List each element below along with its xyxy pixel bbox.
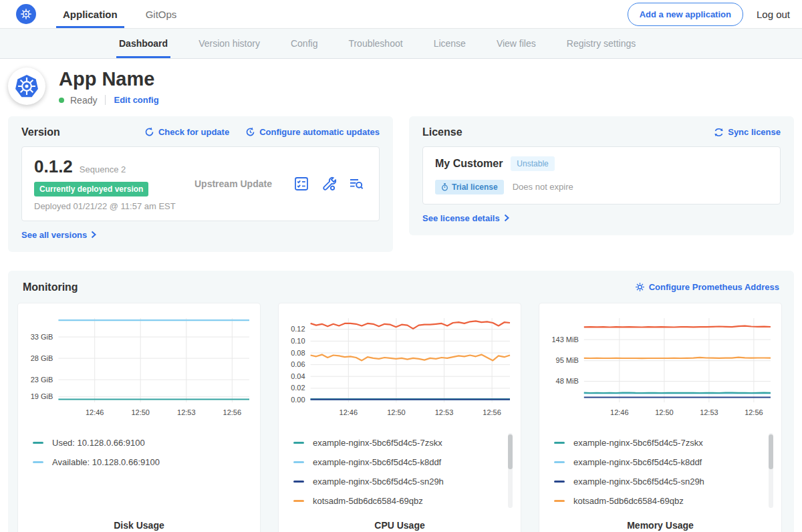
subnav-tab-dashboard[interactable]: Dashboard (119, 29, 168, 58)
legend-label: Used: 10.128.0.66:9100 (52, 438, 145, 448)
subnav-tab-view-files[interactable]: View files (497, 29, 536, 58)
gear-icon (635, 282, 645, 292)
subnav-tab-version-history[interactable]: Version history (198, 29, 260, 58)
svg-text:0.06: 0.06 (291, 360, 305, 368)
svg-text:12:56: 12:56 (223, 408, 242, 416)
subnav-tab-registry-settings[interactable]: Registry settings (567, 29, 636, 58)
config-wrench-gear-icon[interactable] (321, 176, 337, 192)
legend-swatch-icon (554, 481, 565, 483)
release-type-label: Upstream Update (194, 178, 293, 189)
legend-item: Used: 10.128.0.66:9100 (33, 433, 240, 452)
svg-text:143 MiB: 143 MiB (551, 336, 578, 344)
version-action-icons (293, 176, 367, 192)
version-card-actions: Check for update Configure automatic upd… (144, 127, 380, 137)
legend-swatch-icon (554, 442, 565, 444)
legend-item: example-nginx-5bc6f5d4c5-sn29h (293, 472, 501, 491)
version-number: 0.1.2 (34, 156, 73, 177)
check-for-update-link[interactable]: Check for update (144, 127, 229, 137)
deployed-timestamp: Deployed 01/21/22 @ 11:57 am EST (34, 201, 194, 211)
version-card-title: Version (21, 126, 60, 138)
svg-text:33 GiB: 33 GiB (31, 332, 53, 340)
helm-wheel-icon (19, 7, 33, 21)
current-version-panel: 0.1.2 Sequence 2 Currently deployed vers… (21, 146, 380, 221)
charts-row: 33 GiB28 GiB23 GiB19 GiB12:4612:5012:531… (17, 303, 785, 532)
refresh-icon (144, 127, 154, 137)
cpu-usage-plot: 0.120.100.080.060.040.020.0012:4612:5012… (279, 311, 521, 422)
clock-refresh-icon (245, 127, 255, 137)
chart-title: CPU Usage (279, 520, 521, 531)
top-navigation-bar: ApplicationGitOps Add a new application … (0, 0, 802, 29)
trial-license-badge: Trial license (435, 180, 504, 194)
app-status-row: Ready Edit config (59, 95, 159, 106)
stopwatch-icon (441, 183, 448, 191)
topnav-tab-gitops[interactable]: GitOps (146, 0, 177, 28)
legend-label: Available: 10.128.0.66:9100 (52, 457, 160, 467)
logout-button[interactable]: Log out (757, 9, 790, 20)
legend-scrollbar[interactable] (508, 433, 513, 508)
svg-text:12:50: 12:50 (655, 408, 674, 416)
configure-prometheus-label: Configure Prometheus Address (649, 282, 779, 292)
legend-scrollbar-thumb[interactable] (508, 434, 513, 469)
subnav-tab-license[interactable]: License (434, 29, 466, 58)
see-license-details-link[interactable]: See license details (422, 213, 509, 223)
cpu-usage-legend: example-nginx-5bc6f5d4c5-7zskxexample-ng… (293, 433, 521, 512)
legend-label: example-nginx-5bc6f5d4c5-sn29h (313, 477, 444, 487)
cpu-usage-chart: 0.120.100.080.060.040.020.0012:4612:5012… (278, 303, 521, 532)
kubernetes-app-icon (15, 74, 39, 98)
check-for-update-label: Check for update (158, 127, 229, 137)
deploy-logs-magnifier-icon[interactable] (348, 176, 364, 192)
disk-usage-chart: 33 GiB28 GiB23 GiB19 GiB12:4612:5012:531… (17, 303, 261, 532)
currently-deployed-badge: Currently deployed version (34, 182, 148, 196)
configure-automatic-updates-link[interactable]: Configure automatic updates (245, 127, 380, 137)
legend-label: kotsadm-5db6dc6584-69qbz (313, 496, 423, 506)
svg-text:12:50: 12:50 (387, 408, 406, 416)
memory-usage-legend: example-nginx-5bc6f5d4c5-7zskxexample-ng… (554, 433, 781, 512)
legend-label: example-nginx-5bc6f5d4c5-k8ddf (573, 457, 702, 467)
version-info: 0.1.2 Sequence 2 Currently deployed vers… (34, 156, 194, 211)
legend-swatch-icon (554, 500, 565, 502)
disk-usage-plot: 33 GiB28 GiB23 GiB19 GiB12:4612:5012:531… (18, 311, 260, 422)
subnav-tab-config[interactable]: Config (291, 29, 317, 58)
configure-prometheus-link[interactable]: Configure Prometheus Address (635, 282, 779, 292)
legend-item: example-nginx-5bc6f5d4c5-7zskx (554, 433, 761, 452)
kubernetes-logo[interactable] (16, 4, 36, 24)
legend-label: example-nginx-5bc6f5d4c5-7zskx (573, 438, 703, 448)
legend-swatch-icon (554, 461, 565, 463)
legend-scrollbar[interactable] (769, 433, 773, 508)
svg-text:12:56: 12:56 (483, 408, 501, 416)
subnav-tab-troubleshoot[interactable]: Troubleshoot (348, 29, 402, 58)
svg-text:12:53: 12:53 (700, 408, 718, 416)
sequence-label: Sequence 2 (80, 164, 126, 174)
legend-swatch-icon (293, 500, 304, 502)
legend-item: kotsadm-5db6dc6584-69qbz (554, 491, 761, 511)
app-subnav-tabs: DashboardVersion historyConfigTroublesho… (0, 29, 802, 59)
disk-usage-legend: Used: 10.128.0.66:9100Available: 10.128.… (33, 433, 260, 512)
license-card-title: License (422, 126, 462, 138)
svg-text:0.04: 0.04 (291, 372, 305, 380)
app-avatar (8, 68, 45, 105)
trial-license-label: Trial license (452, 182, 498, 192)
app-title: App Name (59, 69, 159, 90)
add-new-application-button[interactable]: Add a new application (628, 3, 743, 26)
legend-scrollbar-thumb[interactable] (769, 434, 773, 469)
sync-license-link[interactable]: Sync license (714, 127, 781, 137)
svg-text:23 GiB: 23 GiB (31, 375, 53, 383)
legend-item: Available: 10.128.0.66:9100 (33, 452, 240, 472)
customer-name: My Customer (435, 158, 503, 170)
chart-title: Disk Usage (18, 520, 260, 531)
see-all-versions-link[interactable]: See all versions (21, 230, 96, 240)
license-card-header: License Sync license (422, 126, 781, 138)
memory-usage-plot: 143 MiB95 MiB48 MiB12:4612:5012:5312:56 (539, 311, 781, 422)
svg-text:12:46: 12:46 (340, 408, 358, 416)
topnav-tab-application[interactable]: Application (63, 0, 118, 28)
svg-text:0.12: 0.12 (291, 325, 305, 333)
license-card: License Sync license My Custo (409, 116, 794, 235)
preflight-checklist-icon[interactable] (293, 176, 309, 192)
svg-text:95 MiB: 95 MiB (556, 356, 579, 364)
chevron-right-icon (504, 214, 509, 222)
edit-config-link[interactable]: Edit config (114, 95, 158, 105)
svg-text:28 GiB: 28 GiB (31, 354, 53, 362)
svg-text:19 GiB: 19 GiB (31, 392, 53, 400)
version-card: Version Check for update Configure au (8, 116, 393, 252)
sync-arrows-icon (714, 128, 724, 137)
